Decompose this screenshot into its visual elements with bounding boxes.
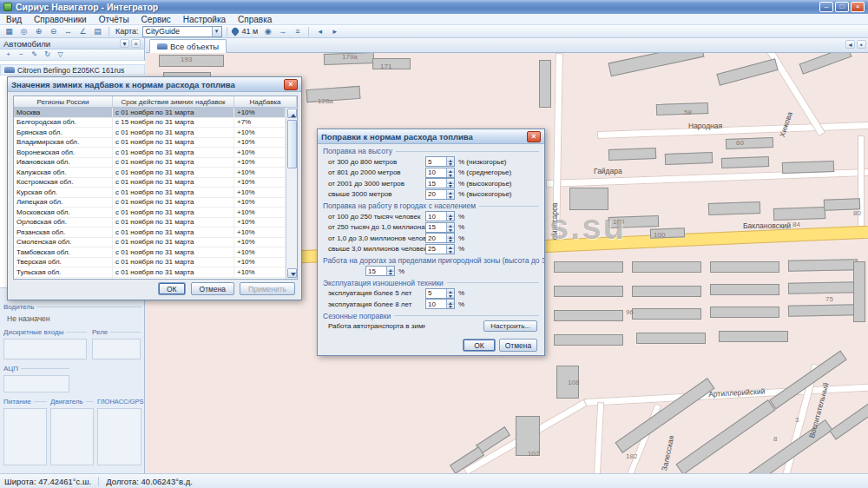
spinner-down-icon[interactable] xyxy=(446,195,454,199)
vehicle-list-item[interactable]: Citroen Berlingo E205KC 161rus xyxy=(0,64,145,76)
spinner-down-icon[interactable] xyxy=(446,173,454,177)
layers-icon[interactable]: ▤ xyxy=(91,26,104,37)
ok-button[interactable]: ОК xyxy=(463,339,496,352)
table-row[interactable]: Тульская обл.с 01 ноября по 31 марта+10% xyxy=(14,267,286,278)
spinner-down-icon[interactable] xyxy=(446,228,454,232)
maximize-button[interactable]: □ xyxy=(835,2,849,12)
table-cell: +10% xyxy=(234,148,286,157)
table-row[interactable]: Костромская обл.с 01 ноября по 31 марта+… xyxy=(14,178,286,188)
table-row[interactable]: Владимирская обл.с 01 ноября по 31 марта… xyxy=(14,138,286,148)
value-spinner[interactable]: 10 xyxy=(425,168,455,178)
pan-icon[interactable]: ↔ xyxy=(62,26,75,37)
table-row[interactable]: Смоленская обл.с 01 ноября по 31 марта+1… xyxy=(14,238,286,248)
search-icon[interactable]: ◎ xyxy=(17,26,30,37)
table-row[interactable]: Тамбовская обл.с 01 ноября по 31 марта+1… xyxy=(14,247,286,258)
table-row[interactable]: Ивановская обл.с 01 ноября по 31 марта+1… xyxy=(14,158,286,168)
spinner-down-icon[interactable] xyxy=(446,184,454,188)
close-button[interactable]: × xyxy=(851,2,865,12)
spinner-down-icon[interactable] xyxy=(446,305,454,309)
dialog-title-bar[interactable]: Значения зимних надбавок к нормам расход… xyxy=(8,77,301,92)
dock-icon[interactable]: ▪ xyxy=(857,40,866,49)
map-source-select[interactable]: CityGuide ▾ xyxy=(142,26,222,37)
collapse-panel-icon[interactable]: ◂ xyxy=(845,40,855,49)
spinner-down-icon[interactable] xyxy=(446,162,454,167)
forward-icon[interactable]: ▸ xyxy=(328,26,341,37)
table-row[interactable]: Тверская обл.с 01 ноября по 31 марта+10% xyxy=(14,258,286,268)
spinner-down-icon[interactable] xyxy=(446,239,454,243)
value-spinner[interactable]: 15 xyxy=(425,222,455,233)
value-spinner[interactable]: 10 xyxy=(425,211,455,221)
filter-icon[interactable]: ▽ xyxy=(55,50,66,60)
chevron-down-icon[interactable]: ▾ xyxy=(212,27,221,36)
table-row[interactable]: Ярославская обл.с 01 ноября по 31 марта+… xyxy=(14,278,286,280)
configure-button[interactable]: Настроить... xyxy=(483,320,537,332)
table-cell: +10% xyxy=(234,238,286,247)
cancel-button[interactable]: Отмена xyxy=(499,339,537,352)
save-icon[interactable]: ▦ xyxy=(3,26,16,37)
table-row[interactable]: Липецкая обл.с 01 ноября по 31 марта+10% xyxy=(14,198,286,208)
cancel-button[interactable]: Отмена xyxy=(191,282,235,295)
menu-item[interactable]: Справочники xyxy=(28,15,93,24)
engine-box xyxy=(50,408,94,465)
column-header[interactable]: Надбавка xyxy=(234,96,297,107)
table-row[interactable]: Московская обл.с 01 ноября по 31 марта+1… xyxy=(14,208,286,218)
close-icon[interactable]: × xyxy=(131,39,141,48)
tab-all-objects[interactable]: Все объекты xyxy=(149,39,227,53)
pin-icon[interactable]: ▾ xyxy=(120,39,129,48)
back-icon[interactable]: ◂ xyxy=(313,26,326,37)
value-spinner[interactable]: 25 xyxy=(425,244,455,254)
discrete-inputs-title: Дискретные входы xyxy=(3,328,87,336)
close-icon[interactable]: × xyxy=(284,79,298,90)
table-row[interactable]: Брянская обл.с 01 ноября по 31 марта+10% xyxy=(14,128,286,138)
value-spinner[interactable]: 15 xyxy=(425,178,455,188)
statusbar-separator xyxy=(98,477,99,486)
add-vehicle-icon[interactable]: + xyxy=(3,50,14,60)
ruler-icon[interactable]: ∠ xyxy=(76,26,89,37)
building xyxy=(636,333,706,344)
value-spinner[interactable]: 5 xyxy=(425,156,455,167)
remove-vehicle-icon[interactable]: − xyxy=(16,50,27,60)
spinner-down-icon[interactable] xyxy=(446,249,454,254)
menu-item[interactable]: Настройка xyxy=(177,15,232,24)
marker-icon[interactable]: ◉ xyxy=(261,26,274,37)
zoom-in-icon[interactable]: ⊕ xyxy=(32,26,45,37)
correction-suffix: % (среднегорье) xyxy=(458,168,511,176)
table-row[interactable]: Белгородская обл.с 15 ноября по 31 марта… xyxy=(14,118,286,129)
zoom-out-icon[interactable]: ⊖ xyxy=(47,26,60,37)
edit-vehicle-icon[interactable]: ✎ xyxy=(29,50,40,60)
table-row[interactable]: Курская обл.с 01 ноября по 31 марта+10% xyxy=(14,188,286,198)
menu-item[interactable]: Справка xyxy=(232,15,278,24)
table-row[interactable]: Москвас 01 ноября по 31 марта+10% xyxy=(14,108,286,118)
apply-button[interactable]: Применить xyxy=(240,282,295,295)
table-row[interactable]: Калужская обл.с 01 ноября по 31 марта+10… xyxy=(14,168,286,178)
scroll-thumb[interactable] xyxy=(287,120,297,168)
dialog-title-bar[interactable]: Поправки к нормам расхода топлива × xyxy=(318,129,544,144)
column-header[interactable]: Срок действия зимних надбавок xyxy=(113,96,234,107)
table-row[interactable]: Воронежская обл.с 01 ноября по 31 марта+… xyxy=(14,148,286,158)
table-row[interactable]: Рязанская обл.с 01 ноября по 31 марта+10… xyxy=(14,228,286,238)
table-scrollbar[interactable] xyxy=(286,108,297,279)
menu-item[interactable]: Отчёты xyxy=(93,15,135,24)
spinner-down-icon[interactable] xyxy=(446,217,454,221)
settings-icon[interactable]: ≡ xyxy=(291,26,304,37)
ok-button[interactable]: ОК xyxy=(158,282,186,295)
value-spinner[interactable]: 20 xyxy=(425,233,455,243)
spinner-down-icon[interactable] xyxy=(446,293,454,298)
spinner-down-icon[interactable] xyxy=(386,272,394,276)
value-spinner[interactable]: 5 xyxy=(425,288,455,299)
spinner-value: 20 xyxy=(426,234,446,242)
value-spinner[interactable]: 20 xyxy=(425,189,455,200)
refresh-icon[interactable]: ↻ xyxy=(42,50,53,60)
close-icon[interactable]: × xyxy=(527,131,541,142)
correction-suffix: % xyxy=(458,245,464,253)
route-icon[interactable]: → xyxy=(276,26,289,37)
table-row[interactable]: Орловская обл.с 01 ноября по 31 марта+10… xyxy=(14,218,286,228)
scroll-up-icon[interactable] xyxy=(287,109,297,118)
minimize-button[interactable]: – xyxy=(819,2,833,12)
menu-item[interactable]: Вид xyxy=(0,15,28,24)
column-header[interactable]: Регионы России xyxy=(14,96,113,107)
value-spinner[interactable]: 10 xyxy=(425,299,455,309)
scroll-down-icon[interactable] xyxy=(287,268,297,278)
value-spinner[interactable]: 15 xyxy=(365,266,395,276)
menu-item[interactable]: Сервис xyxy=(135,15,177,24)
